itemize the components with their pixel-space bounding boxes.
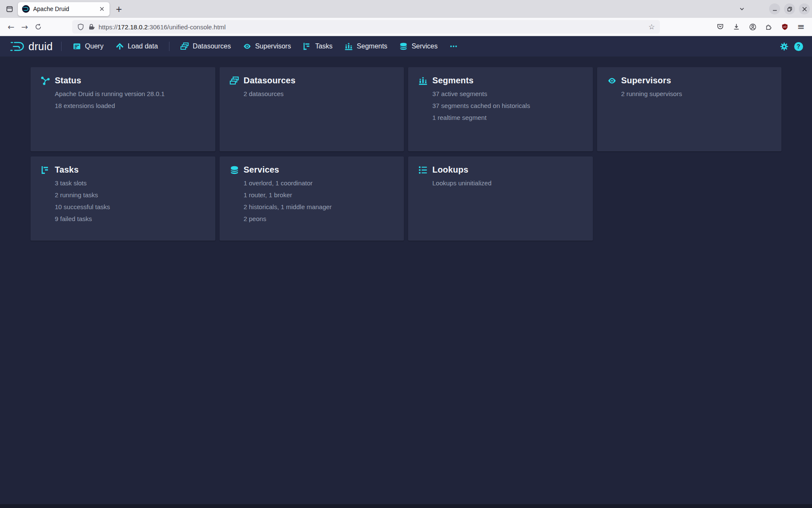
properties-list-icon xyxy=(418,165,428,175)
druid-favicon xyxy=(22,5,30,13)
card-status[interactable]: Status Apache Druid is running version 2… xyxy=(31,67,215,151)
window-controls xyxy=(769,3,810,14)
firefox-view-icon[interactable] xyxy=(3,3,15,15)
extensions-puzzle-icon[interactable] xyxy=(762,20,775,34)
load-data-icon xyxy=(116,42,124,51)
settings-gear-icon[interactable] xyxy=(778,40,790,52)
tab-title: Apache Druid xyxy=(33,6,94,12)
more-ellipsis-icon xyxy=(449,42,458,51)
nav-item-supervisors[interactable]: Supervisors xyxy=(237,36,297,57)
menu-hamburger-icon[interactable]: ≡ xyxy=(794,20,808,34)
help-icon[interactable]: ? xyxy=(792,40,804,52)
help-glyph: ? xyxy=(794,42,803,51)
toolbar-right-icons: uO ≡ xyxy=(713,20,808,34)
nav-item-datasources[interactable]: Datasources xyxy=(175,36,237,57)
status-line: 1 overlord, 1 coordinator xyxy=(244,177,394,189)
card-lookups[interactable]: Lookups Lookups uninitialized xyxy=(408,156,593,241)
druid-wordmark: druid xyxy=(28,40,53,53)
status-line: Apache Druid is running version 28.0.1 xyxy=(55,88,205,100)
nav-item-label: Load data xyxy=(128,43,158,50)
nav-item-label: Segments xyxy=(357,43,387,50)
card-title: Status xyxy=(55,76,81,85)
home-cards-grid: Status Apache Druid is running version 2… xyxy=(0,57,812,241)
nav-item-label: Tasks xyxy=(315,43,333,50)
status-line: 2 datasources xyxy=(244,88,394,100)
status-line: 10 successful tasks xyxy=(55,201,205,213)
status-line: 1 router, 1 broker xyxy=(244,189,394,201)
database-icon xyxy=(399,42,408,51)
gantt-chart-icon xyxy=(303,42,311,51)
downloads-icon[interactable] xyxy=(730,20,743,34)
card-title: Tasks xyxy=(55,165,79,175)
status-line: Lookups uninitialized xyxy=(432,177,583,189)
gantt-chart-icon xyxy=(41,165,50,175)
nav-item-tasks[interactable]: Tasks xyxy=(297,36,338,57)
url-text: https://172.18.0.2:30616/unified-console… xyxy=(99,23,226,31)
datasources-icon xyxy=(230,76,239,85)
reload-icon[interactable] xyxy=(31,20,45,34)
card-segments[interactable]: Segments 37 active segments 37 segments … xyxy=(408,67,593,151)
nav-item-label: Services xyxy=(412,43,437,50)
stacked-chart-icon xyxy=(418,76,428,85)
list-all-tabs-chevron-icon[interactable] xyxy=(736,3,748,15)
database-icon xyxy=(230,165,239,175)
status-line: 18 extensions loaded xyxy=(55,100,205,112)
new-tab-button[interactable]: + xyxy=(113,3,125,15)
forward-icon[interactable]: → xyxy=(18,20,31,34)
stacked-chart-icon xyxy=(344,42,353,51)
ublock-origin-icon[interactable]: uO xyxy=(778,20,792,34)
status-line: 3 task slots xyxy=(55,177,205,189)
nav-item-query[interactable]: Query xyxy=(67,36,110,57)
card-title: Lookups xyxy=(432,165,468,175)
card-services[interactable]: Services 1 overlord, 1 coordinator 1 rou… xyxy=(220,156,404,241)
druid-nav-bar: druid Query Load data xyxy=(0,36,812,57)
status-line: 37 segments cached on historicals xyxy=(432,100,583,112)
status-line: 2 historicals, 1 middle manager xyxy=(244,201,394,213)
druid-logo[interactable]: druid xyxy=(6,40,56,53)
card-title: Supervisors xyxy=(621,76,671,85)
status-line: 2 running supervisors xyxy=(621,88,772,100)
card-supervisors[interactable]: Supervisors 2 running supervisors xyxy=(597,67,782,151)
status-line: 2 peons xyxy=(244,213,394,225)
nav-item-label: Supervisors xyxy=(255,43,291,50)
url-bar[interactable]: https://172.18.0.2:30616/unified-console… xyxy=(72,20,660,34)
restore-button[interactable] xyxy=(784,3,795,14)
browser-tab-strip: Apache Druid + xyxy=(0,0,812,18)
status-line: 37 active segments xyxy=(432,88,583,100)
datasources-icon xyxy=(180,42,189,51)
card-title: Datasources xyxy=(244,76,296,85)
nav-divider xyxy=(169,42,169,51)
nav-more-button[interactable] xyxy=(443,36,464,57)
query-icon xyxy=(73,42,81,51)
browser-tab[interactable]: Apache Druid xyxy=(18,2,110,16)
status-line: 2 running tasks xyxy=(55,189,205,201)
pocket-icon[interactable] xyxy=(713,20,727,34)
nav-right-icons: ? xyxy=(778,40,804,52)
card-title: Services xyxy=(244,165,279,175)
account-icon[interactable] xyxy=(746,20,759,34)
back-icon[interactable]: ← xyxy=(4,20,18,34)
nav-item-segments[interactable]: Segments xyxy=(338,36,393,57)
graph-icon xyxy=(41,76,50,85)
eye-icon xyxy=(607,76,617,85)
nav-item-load-data[interactable]: Load data xyxy=(110,36,164,57)
close-window-button[interactable] xyxy=(799,3,810,14)
card-tasks[interactable]: Tasks 3 task slots 2 running tasks 10 su… xyxy=(31,156,215,241)
minimize-button[interactable] xyxy=(769,3,780,14)
tab-close-icon[interactable] xyxy=(98,5,106,13)
druid-logo-icon xyxy=(9,40,25,53)
svg-text:uO: uO xyxy=(783,26,787,28)
bookmark-star-icon[interactable]: ☆ xyxy=(648,23,655,31)
card-datasources[interactable]: Datasources 2 datasources xyxy=(220,67,404,151)
card-title: Segments xyxy=(432,76,474,85)
status-line: 1 realtime segment xyxy=(432,112,583,124)
bottom-edge-strip xyxy=(0,504,812,508)
status-line: 9 failed tasks xyxy=(55,213,205,225)
druid-home-view: Status Apache Druid is running version 2… xyxy=(0,57,812,508)
tracking-protection-shield-icon[interactable] xyxy=(77,23,84,31)
nav-item-label: Query xyxy=(85,43,104,50)
nav-divider xyxy=(61,42,62,51)
nav-item-services[interactable]: Services xyxy=(393,36,443,57)
nav-item-label: Datasources xyxy=(193,43,231,50)
connection-lock-icon[interactable] xyxy=(88,23,95,31)
